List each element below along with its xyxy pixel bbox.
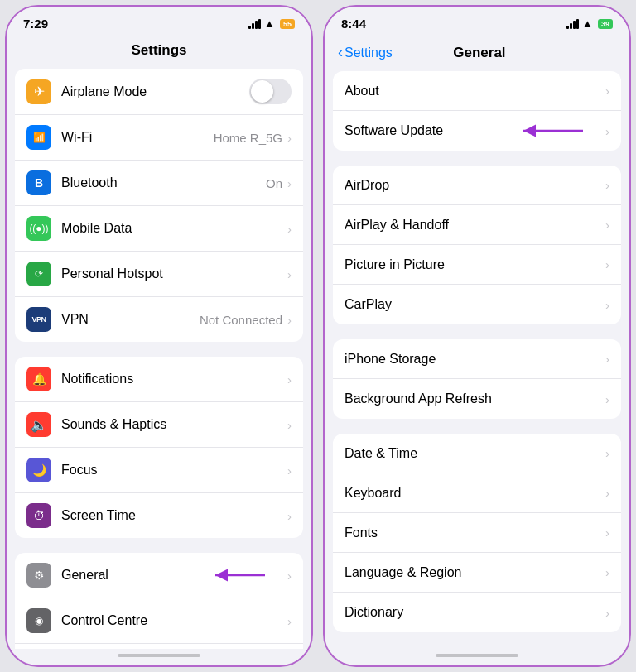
left-phone-panel: 7:29 ▲ 55 Settings ✈ Airplane Mode 📶: [5, 5, 313, 667]
vpn-row[interactable]: VPN VPN Not Connected ›: [15, 297, 303, 342]
general-group: ⚙ General › ◉ Control Centre ›: [15, 553, 303, 649]
bluetooth-value: On: [266, 176, 282, 190]
software-update-row[interactable]: Software Update ›: [333, 111, 621, 151]
right-home-indicator: [436, 654, 518, 657]
wifi-label: Wi-Fi: [61, 130, 214, 145]
fonts-row[interactable]: Fonts ›: [333, 513, 621, 553]
mobile-data-label: Mobile Data: [61, 221, 286, 236]
airplay-handoff-label: AirPlay & Handoff: [344, 218, 604, 233]
sounds-haptics-row[interactable]: 🔈 Sounds & Haptics ›: [15, 402, 303, 448]
screen-time-row[interactable]: ⏱ Screen Time ›: [15, 493, 303, 538]
left-battery: 55: [280, 19, 295, 29]
focus-label: Focus: [61, 463, 286, 478]
focus-icon: 🌙: [26, 458, 51, 482]
fonts-chevron: ›: [605, 526, 610, 540]
notifications-chevron: ›: [287, 372, 292, 386]
picture-in-picture-row[interactable]: Picture in Picture ›: [333, 245, 621, 285]
iphone-storage-label: iPhone Storage: [344, 352, 604, 367]
keyboard-label: Keyboard: [344, 486, 604, 501]
screen-time-chevron: ›: [287, 509, 292, 523]
back-button[interactable]: ‹ Settings: [338, 44, 393, 61]
vpn-icon: VPN: [26, 307, 51, 332]
vpn-label: VPN: [61, 312, 200, 327]
right-scroll: About › Software Update ›: [325, 71, 629, 649]
general-chevron: ›: [287, 569, 292, 583]
about-row[interactable]: About ›: [333, 71, 621, 111]
right-status-bar: 8:44 ▲ 39: [325, 7, 629, 36]
right-battery: 39: [598, 19, 613, 29]
date-time-label: Date & Time: [344, 446, 604, 461]
airplane-mode-label: Airplane Mode: [61, 84, 243, 99]
language-region-row[interactable]: Language & Region ›: [333, 553, 621, 593]
dictionary-chevron: ›: [605, 606, 610, 620]
airplane-mode-row[interactable]: ✈ Airplane Mode: [15, 69, 303, 115]
mobile-data-icon: ((●)): [26, 216, 51, 241]
sounds-icon: 🔈: [26, 412, 51, 437]
bluetooth-label: Bluetooth: [61, 175, 266, 190]
iphone-storage-chevron: ›: [605, 352, 610, 366]
hotspot-row[interactable]: ⟳ Personal Hotspot ›: [15, 252, 303, 297]
back-label: Settings: [344, 46, 393, 60]
wifi-row[interactable]: 📶 Wi-Fi Home R_5G ›: [15, 115, 303, 161]
right-wifi-icon: ▲: [582, 17, 593, 30]
right-time: 8:44: [341, 17, 366, 31]
airplay-handoff-row[interactable]: AirPlay & Handoff ›: [333, 205, 621, 245]
alerts-group: 🔔 Notifications › 🔈 Sounds & Haptics › 🌙…: [15, 357, 303, 538]
left-scroll: ✈ Airplane Mode 📶 Wi-Fi Home R_5G › B Bl…: [7, 69, 311, 649]
date-time-chevron: ›: [605, 446, 610, 460]
right-phone-panel: 8:44 ▲ 39 ‹ Settings General About ›: [323, 5, 631, 667]
airdrop-chevron: ›: [605, 178, 610, 192]
airdrop-label: AirDrop: [344, 178, 604, 193]
pip-chevron: ›: [605, 257, 610, 271]
mobile-data-row[interactable]: ((●)) Mobile Data ›: [15, 206, 303, 252]
connectivity-group: ✈ Airplane Mode 📶 Wi-Fi Home R_5G › B Bl…: [15, 69, 303, 342]
display-brightness-row[interactable]: AA Display & Brightness ›: [15, 644, 303, 649]
iphone-storage-row[interactable]: iPhone Storage ›: [333, 339, 621, 379]
dictionary-label: Dictionary: [344, 605, 604, 620]
sounds-label: Sounds & Haptics: [61, 417, 286, 432]
background-refresh-row[interactable]: Background App Refresh ›: [333, 379, 621, 419]
keyboard-chevron: ›: [605, 486, 610, 500]
screen-time-icon: ⏱: [26, 503, 51, 528]
software-update-arrow: [517, 119, 591, 142]
general-row[interactable]: ⚙ General ›: [15, 553, 303, 598]
background-refresh-chevron: ›: [605, 392, 610, 406]
left-home-indicator: [118, 654, 200, 657]
general-nav-header: ‹ Settings General: [325, 36, 629, 71]
airplane-mode-toggle[interactable]: [249, 79, 292, 104]
storage-group: iPhone Storage › Background App Refresh …: [333, 339, 621, 419]
date-time-row[interactable]: Date & Time ›: [333, 434, 621, 473]
bluetooth-chevron: ›: [287, 176, 292, 190]
bluetooth-icon: B: [26, 170, 51, 195]
control-centre-label: Control Centre: [61, 613, 286, 628]
control-centre-icon: ◉: [26, 608, 51, 633]
general-icon: ⚙: [26, 563, 51, 588]
left-bottom-bar: [7, 649, 311, 665]
hotspot-icon: ⟳: [26, 262, 51, 286]
mobile-data-chevron: ›: [287, 222, 292, 236]
focus-row[interactable]: 🌙 Focus ›: [15, 448, 303, 493]
sharing-group: AirDrop › AirPlay & Handoff › Picture in…: [333, 166, 621, 324]
carplay-chevron: ›: [605, 298, 610, 312]
right-signal-icon: [566, 19, 579, 29]
bluetooth-row[interactable]: B Bluetooth On ›: [15, 161, 303, 206]
right-status-icons: ▲ 39: [566, 17, 613, 30]
dictionary-row[interactable]: Dictionary ›: [333, 593, 621, 632]
general-arrow-annotation: [207, 563, 273, 588]
notifications-label: Notifications: [61, 372, 286, 386]
software-update-chevron: ›: [605, 124, 610, 138]
hotspot-label: Personal Hotspot: [61, 266, 286, 281]
airplay-chevron: ›: [605, 218, 610, 232]
language-region-chevron: ›: [605, 565, 610, 579]
control-centre-chevron: ›: [287, 614, 292, 628]
wifi-icon-row: 📶: [26, 125, 51, 150]
screen-time-label: Screen Time: [61, 508, 286, 523]
airdrop-row[interactable]: AirDrop ›: [333, 166, 621, 205]
control-centre-row[interactable]: ◉ Control Centre ›: [15, 598, 303, 644]
carplay-row[interactable]: CarPlay ›: [333, 285, 621, 324]
preferences-group: Date & Time › Keyboard › Fonts › Languag…: [333, 434, 621, 632]
pip-label: Picture in Picture: [344, 257, 604, 272]
notifications-row[interactable]: 🔔 Notifications ›: [15, 357, 303, 402]
keyboard-row[interactable]: Keyboard ›: [333, 473, 621, 513]
notifications-icon: 🔔: [26, 367, 51, 391]
